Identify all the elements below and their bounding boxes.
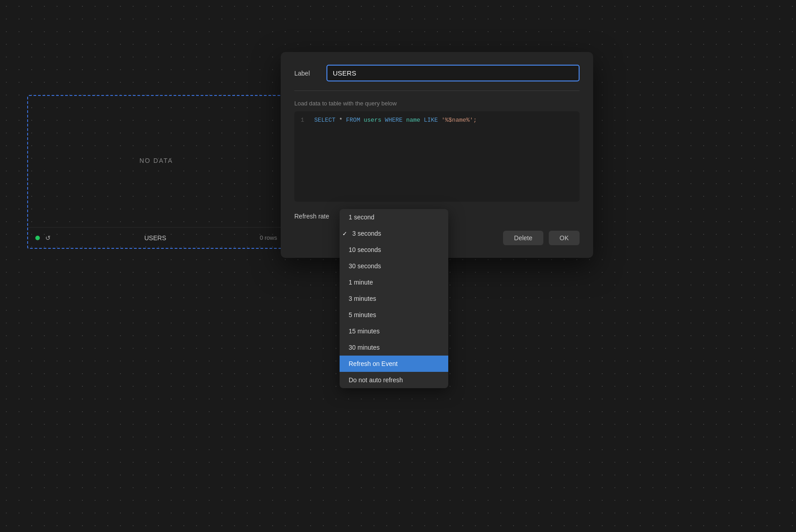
dropdown-item-label: 30 seconds xyxy=(349,262,381,270)
widget-panel: NO DATA ↺ USERS 0 rows xyxy=(27,95,285,249)
kw-where: WHERE xyxy=(385,117,403,124)
dropdown-item-label: Do not auto refresh xyxy=(349,376,403,384)
line-number: 1 xyxy=(301,117,307,124)
status-dot xyxy=(35,236,40,240)
label-input[interactable] xyxy=(326,65,580,81)
refresh-rate-dropdown: 1 second✓3 seconds10 seconds30 seconds1 … xyxy=(340,209,448,388)
kw-like: LIKE xyxy=(424,117,438,124)
dropdown-item-3-seconds[interactable]: ✓3 seconds xyxy=(340,225,448,242)
code-line-1: 1 SELECT * FROM users WHERE name LIKE '%… xyxy=(301,117,573,124)
ok-button[interactable]: OK xyxy=(549,231,580,245)
kw-from: FROM xyxy=(346,117,360,124)
dropdown-item-15-minutes[interactable]: 15 minutes xyxy=(340,323,448,339)
label-field-label: Label xyxy=(294,70,319,77)
kw-name: name xyxy=(406,117,424,124)
dropdown-item-label: 3 minutes xyxy=(349,295,376,302)
widget-rows: 0 rows xyxy=(260,234,277,241)
dropdown-item-label: 3 seconds xyxy=(352,230,381,237)
kw-star: * xyxy=(339,117,346,124)
dropdown-item-10-seconds[interactable]: 10 seconds xyxy=(340,242,448,258)
dropdown-item-label: 5 minutes xyxy=(349,311,376,318)
dropdown-item-label: 1 minute xyxy=(349,279,373,286)
dropdown-item-refresh-on-event[interactable]: Refresh on Event xyxy=(340,356,448,372)
kw-table: users xyxy=(364,117,385,124)
dropdown-item-3-minutes[interactable]: 3 minutes xyxy=(340,290,448,307)
divider xyxy=(294,90,580,91)
widget-label: USERS xyxy=(56,234,254,242)
widget-footer: ↺ USERS 0 rows xyxy=(28,227,284,248)
dropdown-item-do-not-auto-refresh[interactable]: Do not auto refresh xyxy=(340,372,448,388)
dropdown-item-30-minutes[interactable]: 30 minutes xyxy=(340,339,448,356)
dropdown-item-30-seconds[interactable]: 30 seconds xyxy=(340,258,448,274)
label-row: Label xyxy=(294,65,580,81)
code-area[interactable]: 1 SELECT * FROM users WHERE name LIKE '%… xyxy=(294,111,580,202)
code-text: SELECT * FROM users WHERE name LIKE '%$n… xyxy=(314,117,477,124)
no-data-label: NO DATA xyxy=(28,96,284,225)
dropdown-item-1-minute[interactable]: 1 minute xyxy=(340,274,448,290)
query-hint: Load data to table with the query below xyxy=(294,100,580,107)
dropdown-item-label: 30 minutes xyxy=(349,344,379,351)
dropdown-item-label: 1 second xyxy=(349,214,374,221)
kw-string: '%$name%'; xyxy=(441,117,477,124)
refresh-rate-label: Refresh rate xyxy=(294,213,340,220)
dropdown-item-5-minutes[interactable]: 5 minutes xyxy=(340,307,448,323)
dropdown-item-label: Refresh on Event xyxy=(349,360,398,367)
dropdown-item-label: 10 seconds xyxy=(349,246,381,253)
refresh-icon[interactable]: ↺ xyxy=(45,234,51,242)
dropdown-item-1-second[interactable]: 1 second xyxy=(340,209,448,225)
delete-button[interactable]: Delete xyxy=(503,231,543,245)
kw-select: SELECT xyxy=(314,117,336,124)
query-section: Load data to table with the query below … xyxy=(294,100,580,202)
dropdown-item-label: 15 minutes xyxy=(349,328,379,335)
